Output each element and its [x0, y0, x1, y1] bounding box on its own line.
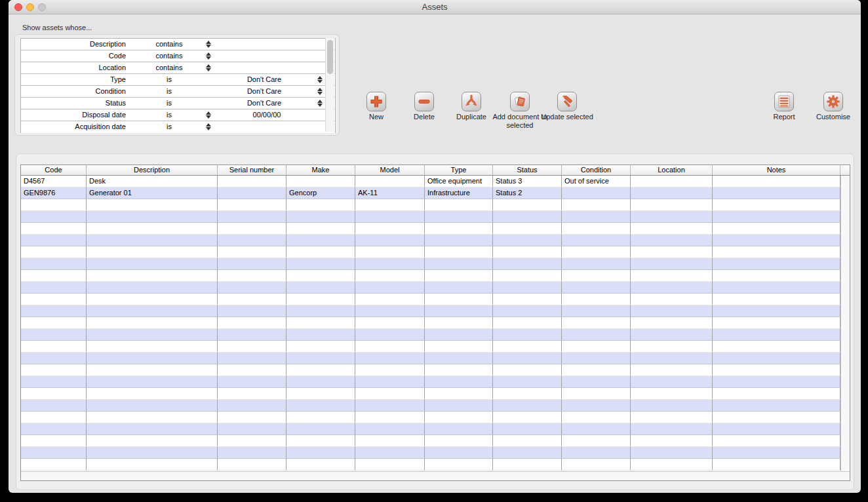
cell-serial-number	[218, 317, 286, 329]
cell-serial-number	[218, 270, 286, 282]
column-header-condition[interactable]: Condition	[562, 165, 631, 175]
filter-row-code: Codecontains	[21, 50, 335, 62]
cell-code[interactable]: D4567	[21, 176, 87, 187]
filter-operator-select[interactable]: contains	[136, 62, 202, 73]
cell-status	[493, 258, 562, 270]
update-selected-button[interactable]: Update selected	[537, 92, 597, 121]
stepper-arrows-icon[interactable]	[205, 123, 211, 130]
cell-location[interactable]	[631, 187, 713, 199]
cell-description[interactable]: Generator 01	[87, 187, 218, 199]
cell-type[interactable]: Office equipment	[425, 176, 493, 187]
cell-condition	[562, 294, 631, 305]
cell-make[interactable]: Gencorp	[286, 187, 355, 199]
cell-condition[interactable]: Out of service	[562, 176, 631, 187]
customise-button[interactable]: Customise	[803, 92, 861, 121]
filter-operator-select[interactable]: is	[136, 109, 202, 121]
cell-serial-number	[218, 282, 286, 294]
cell-notes	[713, 388, 840, 400]
cell-notes	[713, 459, 840, 471]
column-header-spacer	[840, 165, 850, 175]
filter-operator-select[interactable]: contains	[136, 50, 202, 62]
cell-serial-number	[218, 211, 286, 223]
cell-status	[493, 317, 562, 329]
cell-condition[interactable]	[562, 187, 631, 199]
cell-location	[631, 412, 713, 423]
cell-code	[21, 364, 87, 376]
stepper-arrows-icon[interactable]	[317, 100, 323, 107]
filter-operator-select[interactable]: is	[136, 98, 202, 109]
cell-make	[286, 388, 355, 400]
filter-operator-select[interactable]: is	[136, 121, 202, 132]
stepper-arrows-icon[interactable]	[205, 41, 211, 48]
cell-serial-number[interactable]	[218, 176, 286, 187]
vertical-scrollbar[interactable]	[840, 176, 850, 472]
cell-type	[425, 364, 493, 376]
filter-operator-select[interactable]: is	[136, 86, 202, 97]
cell-notes	[713, 282, 840, 294]
filter-field-label: Status	[21, 98, 131, 109]
filter-value[interactable]: Don't Care	[215, 98, 313, 109]
stepper-arrows-icon[interactable]	[205, 52, 211, 60]
cell-status	[493, 294, 562, 305]
cell-type	[425, 294, 493, 305]
cell-description	[87, 246, 218, 258]
stepper-arrows-icon[interactable]	[317, 76, 323, 83]
cell-type[interactable]: Infrastructure	[425, 187, 493, 199]
column-header-make[interactable]: Make	[286, 165, 355, 175]
filter-scrollbar-thumb[interactable]	[327, 40, 333, 74]
table-row-empty	[21, 317, 850, 329]
cell-make	[286, 459, 355, 471]
cell-location	[631, 270, 713, 282]
cell-serial-number[interactable]	[218, 187, 286, 199]
cell-type	[425, 223, 493, 235]
stepper-arrows-icon[interactable]	[205, 64, 211, 71]
cell-make	[286, 211, 355, 223]
cell-notes[interactable]	[713, 187, 840, 199]
cell-serial-number	[218, 364, 286, 376]
cell-condition	[562, 329, 631, 341]
filter-scrollbar[interactable]	[325, 38, 334, 132]
filter-operator-select[interactable]: is	[136, 74, 202, 85]
filter-row-status: StatusisDon't Care	[21, 98, 335, 109]
column-header-notes[interactable]: Notes	[713, 165, 840, 175]
cell-model[interactable]	[355, 176, 425, 187]
filter-value[interactable]: Don't Care	[215, 74, 313, 85]
cell-notes	[713, 317, 840, 329]
table-row-empty	[21, 459, 850, 471]
cell-code	[21, 294, 87, 305]
column-header-type[interactable]: Type	[425, 165, 493, 175]
table-row-d4567[interactable]: D4567DeskOffice equipmentStatus 3Out of …	[21, 176, 850, 187]
column-header-serial-number[interactable]: Serial number	[218, 165, 286, 175]
hammer-icon	[557, 92, 577, 111]
column-header-status[interactable]: Status	[493, 165, 562, 175]
cell-status[interactable]: Status 3	[493, 176, 562, 187]
cell-location	[631, 400, 713, 412]
table-row-empty	[21, 423, 850, 435]
cell-make[interactable]	[286, 176, 355, 187]
gear-icon	[823, 92, 843, 111]
column-header-description[interactable]: Description	[87, 165, 218, 175]
cell-location	[631, 211, 713, 223]
filter-field-label: Type	[21, 74, 131, 85]
column-header-model[interactable]: Model	[355, 165, 425, 175]
cell-status	[493, 341, 562, 353]
stepper-arrows-icon[interactable]	[317, 88, 323, 95]
cell-model	[355, 412, 425, 423]
cell-model[interactable]: AK-11	[355, 187, 425, 199]
column-header-location[interactable]: Location	[631, 165, 713, 175]
table-row-gen9876[interactable]: GEN9876Generator 01GencorpAK-11Infrastru…	[21, 187, 850, 199]
cell-status	[493, 246, 562, 258]
cell-description[interactable]: Desk	[87, 176, 218, 187]
stepper-arrows-icon[interactable]	[205, 111, 211, 119]
horizontal-scrollbar[interactable]	[21, 471, 850, 480]
cell-notes[interactable]	[713, 176, 840, 187]
filter-row-description: Descriptioncontains	[21, 39, 335, 50]
filter-value[interactable]: 00/00/00	[218, 109, 316, 121]
cell-status[interactable]: Status 2	[493, 187, 562, 199]
filter-operator-select[interactable]: contains	[136, 39, 202, 50]
table-row-empty	[21, 235, 850, 246]
cell-location[interactable]	[631, 176, 713, 187]
column-header-code[interactable]: Code	[21, 165, 87, 175]
cell-code[interactable]: GEN9876	[21, 187, 87, 199]
filter-value[interactable]: Don't Care	[215, 86, 313, 97]
